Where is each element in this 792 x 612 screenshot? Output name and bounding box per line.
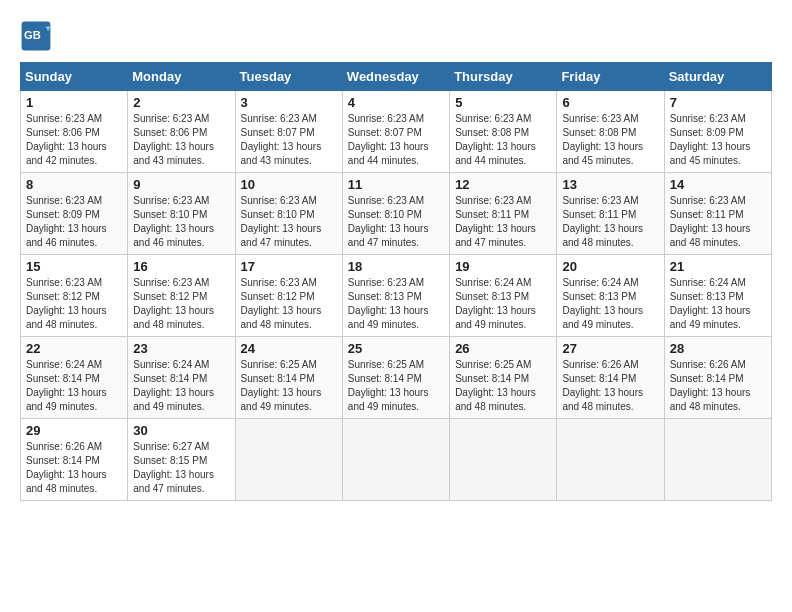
day-info: Sunrise: 6:25 AMSunset: 8:14 PMDaylight:… bbox=[241, 358, 337, 414]
day-info: Sunrise: 6:25 AMSunset: 8:14 PMDaylight:… bbox=[455, 358, 551, 414]
day-number: 10 bbox=[241, 177, 337, 192]
col-header-thursday: Thursday bbox=[450, 63, 557, 91]
day-cell: 24Sunrise: 6:25 AMSunset: 8:14 PMDayligh… bbox=[235, 337, 342, 419]
day-info: Sunrise: 6:23 AMSunset: 8:13 PMDaylight:… bbox=[348, 276, 444, 332]
day-info: Sunrise: 6:23 AMSunset: 8:09 PMDaylight:… bbox=[670, 112, 766, 168]
day-cell: 14Sunrise: 6:23 AMSunset: 8:11 PMDayligh… bbox=[664, 173, 771, 255]
day-info: Sunrise: 6:23 AMSunset: 8:12 PMDaylight:… bbox=[241, 276, 337, 332]
day-info: Sunrise: 6:24 AMSunset: 8:14 PMDaylight:… bbox=[26, 358, 122, 414]
calendar-table: SundayMondayTuesdayWednesdayThursdayFrid… bbox=[20, 62, 772, 501]
day-cell: 13Sunrise: 6:23 AMSunset: 8:11 PMDayligh… bbox=[557, 173, 664, 255]
day-number: 16 bbox=[133, 259, 229, 274]
col-header-tuesday: Tuesday bbox=[235, 63, 342, 91]
day-number: 27 bbox=[562, 341, 658, 356]
day-cell bbox=[450, 419, 557, 501]
day-number: 12 bbox=[455, 177, 551, 192]
day-cell: 15Sunrise: 6:23 AMSunset: 8:12 PMDayligh… bbox=[21, 255, 128, 337]
day-info: Sunrise: 6:23 AMSunset: 8:10 PMDaylight:… bbox=[348, 194, 444, 250]
day-number: 13 bbox=[562, 177, 658, 192]
day-cell bbox=[235, 419, 342, 501]
col-header-wednesday: Wednesday bbox=[342, 63, 449, 91]
day-number: 14 bbox=[670, 177, 766, 192]
day-cell: 22Sunrise: 6:24 AMSunset: 8:14 PMDayligh… bbox=[21, 337, 128, 419]
day-number: 26 bbox=[455, 341, 551, 356]
day-cell bbox=[342, 419, 449, 501]
day-number: 30 bbox=[133, 423, 229, 438]
week-row-2: 8Sunrise: 6:23 AMSunset: 8:09 PMDaylight… bbox=[21, 173, 772, 255]
day-info: Sunrise: 6:23 AMSunset: 8:06 PMDaylight:… bbox=[26, 112, 122, 168]
col-header-saturday: Saturday bbox=[664, 63, 771, 91]
day-info: Sunrise: 6:23 AMSunset: 8:07 PMDaylight:… bbox=[241, 112, 337, 168]
day-number: 7 bbox=[670, 95, 766, 110]
day-number: 5 bbox=[455, 95, 551, 110]
day-cell: 11Sunrise: 6:23 AMSunset: 8:10 PMDayligh… bbox=[342, 173, 449, 255]
day-cell: 8Sunrise: 6:23 AMSunset: 8:09 PMDaylight… bbox=[21, 173, 128, 255]
day-cell: 18Sunrise: 6:23 AMSunset: 8:13 PMDayligh… bbox=[342, 255, 449, 337]
day-info: Sunrise: 6:24 AMSunset: 8:13 PMDaylight:… bbox=[562, 276, 658, 332]
day-cell: 7Sunrise: 6:23 AMSunset: 8:09 PMDaylight… bbox=[664, 91, 771, 173]
day-info: Sunrise: 6:23 AMSunset: 8:10 PMDaylight:… bbox=[241, 194, 337, 250]
day-number: 4 bbox=[348, 95, 444, 110]
day-cell: 25Sunrise: 6:25 AMSunset: 8:14 PMDayligh… bbox=[342, 337, 449, 419]
day-cell: 27Sunrise: 6:26 AMSunset: 8:14 PMDayligh… bbox=[557, 337, 664, 419]
day-info: Sunrise: 6:24 AMSunset: 8:13 PMDaylight:… bbox=[455, 276, 551, 332]
day-number: 8 bbox=[26, 177, 122, 192]
day-number: 24 bbox=[241, 341, 337, 356]
day-number: 2 bbox=[133, 95, 229, 110]
day-number: 17 bbox=[241, 259, 337, 274]
day-info: Sunrise: 6:23 AMSunset: 8:06 PMDaylight:… bbox=[133, 112, 229, 168]
day-number: 3 bbox=[241, 95, 337, 110]
day-number: 23 bbox=[133, 341, 229, 356]
day-number: 9 bbox=[133, 177, 229, 192]
day-number: 21 bbox=[670, 259, 766, 274]
day-cell: 1Sunrise: 6:23 AMSunset: 8:06 PMDaylight… bbox=[21, 91, 128, 173]
day-number: 20 bbox=[562, 259, 658, 274]
day-number: 11 bbox=[348, 177, 444, 192]
day-info: Sunrise: 6:26 AMSunset: 8:14 PMDaylight:… bbox=[562, 358, 658, 414]
logo-icon: GB bbox=[20, 20, 52, 52]
day-info: Sunrise: 6:23 AMSunset: 8:12 PMDaylight:… bbox=[133, 276, 229, 332]
day-number: 22 bbox=[26, 341, 122, 356]
week-row-1: 1Sunrise: 6:23 AMSunset: 8:06 PMDaylight… bbox=[21, 91, 772, 173]
day-info: Sunrise: 6:26 AMSunset: 8:14 PMDaylight:… bbox=[26, 440, 122, 496]
day-number: 1 bbox=[26, 95, 122, 110]
week-row-5: 29Sunrise: 6:26 AMSunset: 8:14 PMDayligh… bbox=[21, 419, 772, 501]
day-cell: 5Sunrise: 6:23 AMSunset: 8:08 PMDaylight… bbox=[450, 91, 557, 173]
day-cell bbox=[664, 419, 771, 501]
day-number: 29 bbox=[26, 423, 122, 438]
day-cell: 6Sunrise: 6:23 AMSunset: 8:08 PMDaylight… bbox=[557, 91, 664, 173]
svg-text:GB: GB bbox=[24, 29, 41, 41]
day-info: Sunrise: 6:23 AMSunset: 8:09 PMDaylight:… bbox=[26, 194, 122, 250]
day-cell: 3Sunrise: 6:23 AMSunset: 8:07 PMDaylight… bbox=[235, 91, 342, 173]
day-cell: 30Sunrise: 6:27 AMSunset: 8:15 PMDayligh… bbox=[128, 419, 235, 501]
day-info: Sunrise: 6:27 AMSunset: 8:15 PMDaylight:… bbox=[133, 440, 229, 496]
col-header-sunday: Sunday bbox=[21, 63, 128, 91]
page-header: GB bbox=[20, 20, 772, 52]
day-number: 15 bbox=[26, 259, 122, 274]
day-info: Sunrise: 6:23 AMSunset: 8:07 PMDaylight:… bbox=[348, 112, 444, 168]
day-cell: 9Sunrise: 6:23 AMSunset: 8:10 PMDaylight… bbox=[128, 173, 235, 255]
day-number: 28 bbox=[670, 341, 766, 356]
day-number: 6 bbox=[562, 95, 658, 110]
day-cell bbox=[557, 419, 664, 501]
day-cell: 4Sunrise: 6:23 AMSunset: 8:07 PMDaylight… bbox=[342, 91, 449, 173]
day-number: 19 bbox=[455, 259, 551, 274]
day-cell: 12Sunrise: 6:23 AMSunset: 8:11 PMDayligh… bbox=[450, 173, 557, 255]
col-header-monday: Monday bbox=[128, 63, 235, 91]
day-info: Sunrise: 6:23 AMSunset: 8:11 PMDaylight:… bbox=[670, 194, 766, 250]
day-info: Sunrise: 6:23 AMSunset: 8:12 PMDaylight:… bbox=[26, 276, 122, 332]
logo: GB bbox=[20, 20, 56, 52]
day-info: Sunrise: 6:23 AMSunset: 8:11 PMDaylight:… bbox=[455, 194, 551, 250]
day-info: Sunrise: 6:23 AMSunset: 8:10 PMDaylight:… bbox=[133, 194, 229, 250]
day-cell: 20Sunrise: 6:24 AMSunset: 8:13 PMDayligh… bbox=[557, 255, 664, 337]
day-info: Sunrise: 6:23 AMSunset: 8:08 PMDaylight:… bbox=[455, 112, 551, 168]
day-cell: 29Sunrise: 6:26 AMSunset: 8:14 PMDayligh… bbox=[21, 419, 128, 501]
day-cell: 19Sunrise: 6:24 AMSunset: 8:13 PMDayligh… bbox=[450, 255, 557, 337]
day-info: Sunrise: 6:24 AMSunset: 8:14 PMDaylight:… bbox=[133, 358, 229, 414]
day-cell: 10Sunrise: 6:23 AMSunset: 8:10 PMDayligh… bbox=[235, 173, 342, 255]
day-cell: 2Sunrise: 6:23 AMSunset: 8:06 PMDaylight… bbox=[128, 91, 235, 173]
day-cell: 16Sunrise: 6:23 AMSunset: 8:12 PMDayligh… bbox=[128, 255, 235, 337]
day-cell: 21Sunrise: 6:24 AMSunset: 8:13 PMDayligh… bbox=[664, 255, 771, 337]
calendar-body: 1Sunrise: 6:23 AMSunset: 8:06 PMDaylight… bbox=[21, 91, 772, 501]
day-info: Sunrise: 6:23 AMSunset: 8:08 PMDaylight:… bbox=[562, 112, 658, 168]
